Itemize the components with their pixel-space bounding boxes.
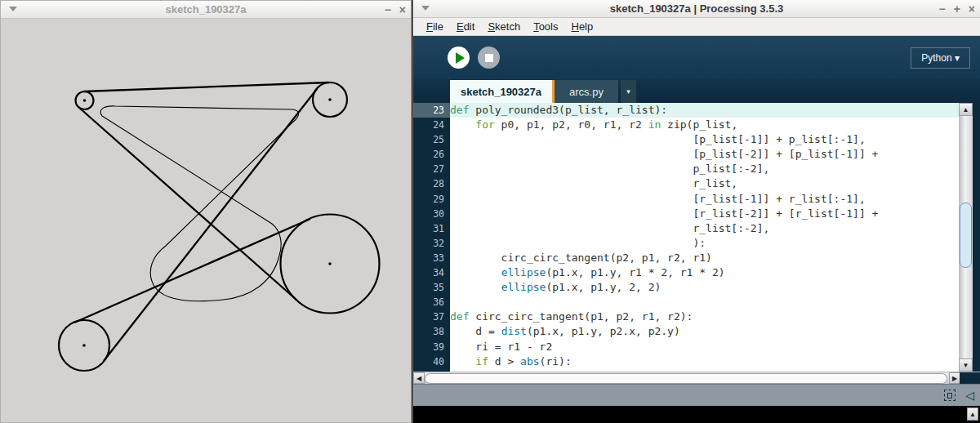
- code-token: poly_rounded3(p_list, r_list):: [469, 104, 667, 116]
- scroll-up-button[interactable]: ▲: [959, 103, 973, 116]
- code-token: ):: [450, 237, 706, 249]
- code-token: for: [475, 118, 494, 131]
- code-line-36[interactable]: [450, 295, 960, 309]
- code-line-33[interactable]: circ_circ_tangent(p2, p1, r2, r1): [450, 251, 960, 265]
- mode-selector-button[interactable]: Python ▾: [911, 47, 970, 69]
- code-line-29[interactable]: [r_list[-1]] + r_list[:-1],: [450, 192, 960, 207]
- menu-file[interactable]: File: [420, 19, 450, 34]
- line-number: 33: [413, 251, 450, 265]
- scroll-down-button[interactable]: ▼: [959, 358, 973, 372]
- code-line-38[interactable]: d = dist(p1.x, p1.y, p2.x, p2.y): [450, 324, 960, 339]
- code-line-37[interactable]: def circ_circ_tangent(p1, p2, r1, r2):: [450, 309, 960, 324]
- code-line-26[interactable]: [p_list[-2]] + [p_list[-1]] +: [450, 147, 960, 162]
- minimize-button[interactable]: −: [938, 0, 945, 18]
- line-number: 25: [413, 132, 450, 147]
- code-line-24[interactable]: for p0, p1, p2, r0, r1, r2 in zip(p_list…: [450, 118, 960, 132]
- code-area[interactable]: def poly_rounded3(p_list, r_list): for p…: [450, 103, 960, 372]
- circle-center-dot: [83, 99, 87, 102]
- maximize-button[interactable]: +: [954, 0, 960, 18]
- code-token: [450, 118, 475, 131]
- code-token: [r_list[-2]] + [r_list[-1]] +: [450, 207, 878, 220]
- line-number: 37: [413, 309, 450, 324]
- window-menu-icon[interactable]: [421, 6, 430, 11]
- code-line-28[interactable]: r_list,: [450, 176, 960, 191]
- circle-center-dot: [328, 262, 332, 265]
- console-scroll-up-button[interactable]: ▲: [967, 407, 978, 421]
- line-number: 28: [413, 176, 450, 191]
- circle-center-dot: [328, 98, 332, 101]
- code-line-27[interactable]: p_list[:-2],: [450, 162, 960, 176]
- code-token: [p_list[-2]] + [p_list[-1]] +: [450, 148, 878, 160]
- ide-window: sketch_190327a | Processing 3.5.3 − + × …: [412, 0, 980, 423]
- scrollbar-corner: [960, 372, 980, 385]
- scroll-left-button[interactable]: ◀: [413, 372, 425, 384]
- scroll-right-button[interactable]: ▶: [949, 372, 960, 384]
- code-token: in: [648, 118, 662, 131]
- code-line-40[interactable]: if d > abs(ri):: [450, 354, 960, 369]
- menu-tools[interactable]: Tools: [527, 19, 564, 34]
- code-token: (p1.x, p1.y, r1 * 2, r1 * 2): [546, 266, 724, 278]
- stop-button[interactable]: [478, 47, 500, 69]
- ide-window-titlebar: sketch_190327a | Processing 3.5.3 − + ×: [413, 0, 980, 18]
- code-token: ri = r1 - r2: [450, 341, 552, 353]
- code-line-30[interactable]: [r_list[-2]] + [r_list[-1]] +: [450, 207, 960, 221]
- menubar: File Edit Sketch Tools Help: [413, 18, 980, 36]
- toolbar: Python ▾: [413, 36, 980, 79]
- code-token: zip(p_list,: [661, 118, 737, 131]
- console: ▲: [413, 406, 980, 423]
- play-icon: [456, 52, 465, 64]
- code-token: def: [450, 310, 469, 323]
- close-button[interactable]: ×: [399, 1, 406, 19]
- error-window-icon-inner: [947, 393, 952, 399]
- tab-arcs-py[interactable]: arcs.py: [555, 80, 618, 103]
- code-token: [450, 266, 501, 278]
- code-token: [450, 355, 475, 367]
- vertical-scrollbar[interactable]: ▲ ▼: [959, 103, 973, 372]
- code-line-31[interactable]: r_list[:-2],: [450, 221, 960, 236]
- line-number-gutter: 23242526272829303132333435363738394041: [413, 103, 450, 372]
- menu-help[interactable]: Help: [564, 19, 599, 34]
- line-number: 32: [413, 236, 450, 251]
- code-token: ellipse: [501, 266, 546, 278]
- code-token: (p1.x, p1.y, p2.x, p2.y): [527, 325, 680, 337]
- run-button[interactable]: [448, 47, 470, 69]
- minimize-button[interactable]: −: [385, 1, 391, 19]
- up-arrow-icon: ▲: [969, 411, 976, 418]
- line-number: 26: [413, 147, 450, 162]
- code-token: (ri):: [540, 355, 572, 367]
- code-editor[interactable]: 23242526272829303132333435363738394041 d…: [413, 103, 980, 372]
- close-button[interactable]: ×: [969, 0, 975, 18]
- line-number: 24: [413, 118, 450, 132]
- code-line-25[interactable]: [p_list[-1]] + p_list[:-1],: [450, 132, 960, 147]
- code-line-39[interactable]: ri = r1 - r2: [450, 340, 960, 354]
- right-arrow-icon: ▶: [952, 375, 957, 382]
- error-window-icon[interactable]: [944, 390, 956, 401]
- sketch-window: sketch_190327a − ×: [0, 0, 412, 423]
- horizontal-scrollbar-thumb[interactable]: [425, 373, 947, 384]
- code-token: [450, 281, 501, 293]
- code-token: [p_list[-1]] + p_list[:-1],: [450, 133, 866, 145]
- console-toggle-icon[interactable]: ◁: [965, 388, 974, 403]
- menu-edit[interactable]: Edit: [450, 19, 481, 34]
- vertical-scrollbar-thumb[interactable]: [960, 203, 972, 268]
- code-line-34[interactable]: ellipse(p1.x, p1.y, r1 * 2, r1 * 2): [450, 265, 960, 280]
- code-token: p0, p1, p2, r0, r1, r2: [495, 118, 648, 131]
- code-token: def: [450, 104, 469, 116]
- code-token: (p1.x, p1.y, 2, 2): [546, 281, 661, 293]
- line-number: 38: [413, 324, 450, 339]
- code-token: p_list[:-2],: [450, 163, 769, 175]
- line-number: 34: [413, 265, 450, 280]
- code-line-35[interactable]: ellipse(p1.x, p1.y, 2, 2): [450, 280, 960, 295]
- window-menu-icon[interactable]: [9, 7, 17, 11]
- code-token: d =: [450, 325, 501, 337]
- stop-icon: [485, 54, 493, 62]
- menu-sketch[interactable]: Sketch: [481, 19, 527, 34]
- horizontal-scrollbar[interactable]: ◀ ▶: [413, 372, 980, 384]
- tab-list-dropdown[interactable]: ▼: [621, 80, 636, 103]
- tab-sketch-190327a[interactable]: sketch_190327a: [450, 80, 552, 103]
- code-line-23[interactable]: def poly_rounded3(p_list, r_list):: [450, 103, 960, 118]
- code-line-32[interactable]: ):: [450, 236, 960, 251]
- screen: sketch_190327a − × sketch_190327a | Proc…: [0, 0, 980, 423]
- code-token: r_list[:-2],: [450, 222, 769, 234]
- line-number: 35: [413, 280, 450, 295]
